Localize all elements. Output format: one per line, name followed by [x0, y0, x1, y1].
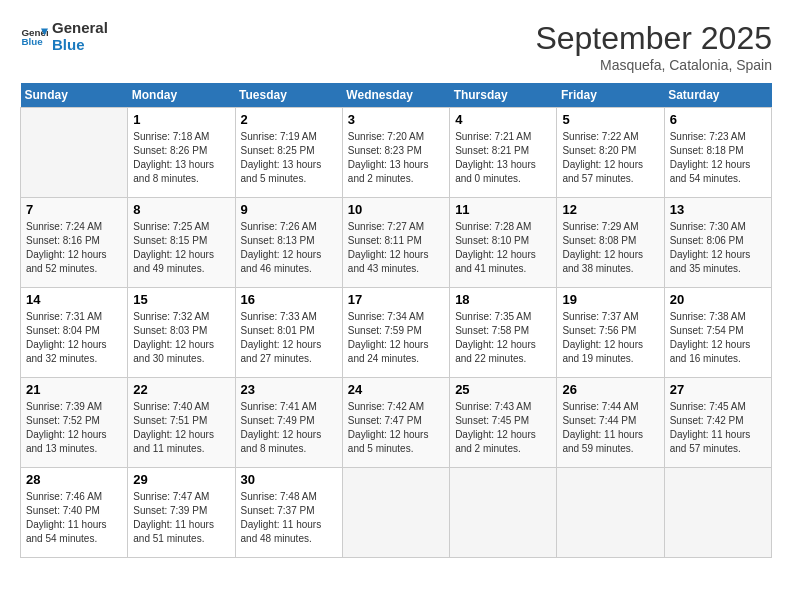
day-number: 1	[133, 112, 229, 127]
day-info: Sunrise: 7:32 AMSunset: 8:03 PMDaylight:…	[133, 310, 229, 366]
day-number: 22	[133, 382, 229, 397]
day-number: 16	[241, 292, 337, 307]
calendar-cell: 19Sunrise: 7:37 AMSunset: 7:56 PMDayligh…	[557, 288, 664, 378]
calendar-cell: 27Sunrise: 7:45 AMSunset: 7:42 PMDayligh…	[664, 378, 771, 468]
calendar-week-row: 7Sunrise: 7:24 AMSunset: 8:16 PMDaylight…	[21, 198, 772, 288]
day-info: Sunrise: 7:45 AMSunset: 7:42 PMDaylight:…	[670, 400, 766, 456]
calendar-cell: 1Sunrise: 7:18 AMSunset: 8:26 PMDaylight…	[128, 108, 235, 198]
weekday-header: Tuesday	[235, 83, 342, 108]
calendar-cell: 2Sunrise: 7:19 AMSunset: 8:25 PMDaylight…	[235, 108, 342, 198]
weekday-header: Thursday	[450, 83, 557, 108]
calendar-cell: 21Sunrise: 7:39 AMSunset: 7:52 PMDayligh…	[21, 378, 128, 468]
day-number: 30	[241, 472, 337, 487]
day-number: 10	[348, 202, 444, 217]
calendar-cell: 15Sunrise: 7:32 AMSunset: 8:03 PMDayligh…	[128, 288, 235, 378]
day-number: 28	[26, 472, 122, 487]
logo-icon: General Blue	[20, 23, 48, 51]
weekday-header: Saturday	[664, 83, 771, 108]
day-number: 24	[348, 382, 444, 397]
day-info: Sunrise: 7:44 AMSunset: 7:44 PMDaylight:…	[562, 400, 658, 456]
day-info: Sunrise: 7:28 AMSunset: 8:10 PMDaylight:…	[455, 220, 551, 276]
day-info: Sunrise: 7:19 AMSunset: 8:25 PMDaylight:…	[241, 130, 337, 186]
day-info: Sunrise: 7:24 AMSunset: 8:16 PMDaylight:…	[26, 220, 122, 276]
day-info: Sunrise: 7:21 AMSunset: 8:21 PMDaylight:…	[455, 130, 551, 186]
calendar-cell: 30Sunrise: 7:48 AMSunset: 7:37 PMDayligh…	[235, 468, 342, 558]
calendar-body: 1Sunrise: 7:18 AMSunset: 8:26 PMDaylight…	[21, 108, 772, 558]
day-number: 23	[241, 382, 337, 397]
day-number: 7	[26, 202, 122, 217]
day-number: 9	[241, 202, 337, 217]
day-number: 4	[455, 112, 551, 127]
calendar-cell: 13Sunrise: 7:30 AMSunset: 8:06 PMDayligh…	[664, 198, 771, 288]
day-info: Sunrise: 7:38 AMSunset: 7:54 PMDaylight:…	[670, 310, 766, 366]
day-info: Sunrise: 7:48 AMSunset: 7:37 PMDaylight:…	[241, 490, 337, 546]
calendar-cell: 22Sunrise: 7:40 AMSunset: 7:51 PMDayligh…	[128, 378, 235, 468]
calendar-cell: 16Sunrise: 7:33 AMSunset: 8:01 PMDayligh…	[235, 288, 342, 378]
day-info: Sunrise: 7:42 AMSunset: 7:47 PMDaylight:…	[348, 400, 444, 456]
day-info: Sunrise: 7:47 AMSunset: 7:39 PMDaylight:…	[133, 490, 229, 546]
logo-line2: Blue	[52, 37, 108, 54]
day-number: 26	[562, 382, 658, 397]
calendar-cell: 14Sunrise: 7:31 AMSunset: 8:04 PMDayligh…	[21, 288, 128, 378]
day-number: 12	[562, 202, 658, 217]
calendar-cell: 10Sunrise: 7:27 AMSunset: 8:11 PMDayligh…	[342, 198, 449, 288]
day-info: Sunrise: 7:39 AMSunset: 7:52 PMDaylight:…	[26, 400, 122, 456]
calendar-cell: 29Sunrise: 7:47 AMSunset: 7:39 PMDayligh…	[128, 468, 235, 558]
calendar-week-row: 21Sunrise: 7:39 AMSunset: 7:52 PMDayligh…	[21, 378, 772, 468]
calendar-week-row: 1Sunrise: 7:18 AMSunset: 8:26 PMDaylight…	[21, 108, 772, 198]
day-info: Sunrise: 7:20 AMSunset: 8:23 PMDaylight:…	[348, 130, 444, 186]
calendar-cell	[664, 468, 771, 558]
day-number: 3	[348, 112, 444, 127]
day-number: 6	[670, 112, 766, 127]
day-info: Sunrise: 7:30 AMSunset: 8:06 PMDaylight:…	[670, 220, 766, 276]
svg-text:Blue: Blue	[21, 36, 43, 47]
day-number: 14	[26, 292, 122, 307]
day-info: Sunrise: 7:33 AMSunset: 8:01 PMDaylight:…	[241, 310, 337, 366]
weekday-header: Monday	[128, 83, 235, 108]
day-number: 27	[670, 382, 766, 397]
calendar-cell: 7Sunrise: 7:24 AMSunset: 8:16 PMDaylight…	[21, 198, 128, 288]
calendar-week-row: 14Sunrise: 7:31 AMSunset: 8:04 PMDayligh…	[21, 288, 772, 378]
calendar-cell: 23Sunrise: 7:41 AMSunset: 7:49 PMDayligh…	[235, 378, 342, 468]
calendar-table: SundayMondayTuesdayWednesdayThursdayFrid…	[20, 83, 772, 558]
calendar-cell	[21, 108, 128, 198]
calendar-cell: 6Sunrise: 7:23 AMSunset: 8:18 PMDaylight…	[664, 108, 771, 198]
day-number: 5	[562, 112, 658, 127]
day-info: Sunrise: 7:29 AMSunset: 8:08 PMDaylight:…	[562, 220, 658, 276]
weekday-header: Friday	[557, 83, 664, 108]
day-info: Sunrise: 7:35 AMSunset: 7:58 PMDaylight:…	[455, 310, 551, 366]
day-number: 2	[241, 112, 337, 127]
calendar-cell: 11Sunrise: 7:28 AMSunset: 8:10 PMDayligh…	[450, 198, 557, 288]
calendar-cell: 5Sunrise: 7:22 AMSunset: 8:20 PMDaylight…	[557, 108, 664, 198]
calendar-cell: 12Sunrise: 7:29 AMSunset: 8:08 PMDayligh…	[557, 198, 664, 288]
calendar-cell	[557, 468, 664, 558]
calendar-cell: 8Sunrise: 7:25 AMSunset: 8:15 PMDaylight…	[128, 198, 235, 288]
day-info: Sunrise: 7:31 AMSunset: 8:04 PMDaylight:…	[26, 310, 122, 366]
logo-line1: General	[52, 20, 108, 37]
calendar-cell: 25Sunrise: 7:43 AMSunset: 7:45 PMDayligh…	[450, 378, 557, 468]
calendar-cell: 24Sunrise: 7:42 AMSunset: 7:47 PMDayligh…	[342, 378, 449, 468]
calendar-cell: 20Sunrise: 7:38 AMSunset: 7:54 PMDayligh…	[664, 288, 771, 378]
title-block: September 2025 Masquefa, Catalonia, Spai…	[535, 20, 772, 73]
day-info: Sunrise: 7:27 AMSunset: 8:11 PMDaylight:…	[348, 220, 444, 276]
calendar-cell: 18Sunrise: 7:35 AMSunset: 7:58 PMDayligh…	[450, 288, 557, 378]
calendar-cell	[342, 468, 449, 558]
day-number: 15	[133, 292, 229, 307]
day-number: 21	[26, 382, 122, 397]
weekday-header: Wednesday	[342, 83, 449, 108]
day-info: Sunrise: 7:37 AMSunset: 7:56 PMDaylight:…	[562, 310, 658, 366]
day-info: Sunrise: 7:46 AMSunset: 7:40 PMDaylight:…	[26, 490, 122, 546]
day-info: Sunrise: 7:43 AMSunset: 7:45 PMDaylight:…	[455, 400, 551, 456]
day-number: 29	[133, 472, 229, 487]
day-info: Sunrise: 7:26 AMSunset: 8:13 PMDaylight:…	[241, 220, 337, 276]
day-info: Sunrise: 7:22 AMSunset: 8:20 PMDaylight:…	[562, 130, 658, 186]
day-number: 20	[670, 292, 766, 307]
page-header: General Blue General Blue September 2025…	[20, 20, 772, 73]
location: Masquefa, Catalonia, Spain	[535, 57, 772, 73]
day-info: Sunrise: 7:18 AMSunset: 8:26 PMDaylight:…	[133, 130, 229, 186]
weekday-header: Sunday	[21, 83, 128, 108]
calendar-cell: 9Sunrise: 7:26 AMSunset: 8:13 PMDaylight…	[235, 198, 342, 288]
day-info: Sunrise: 7:40 AMSunset: 7:51 PMDaylight:…	[133, 400, 229, 456]
day-info: Sunrise: 7:23 AMSunset: 8:18 PMDaylight:…	[670, 130, 766, 186]
day-number: 19	[562, 292, 658, 307]
